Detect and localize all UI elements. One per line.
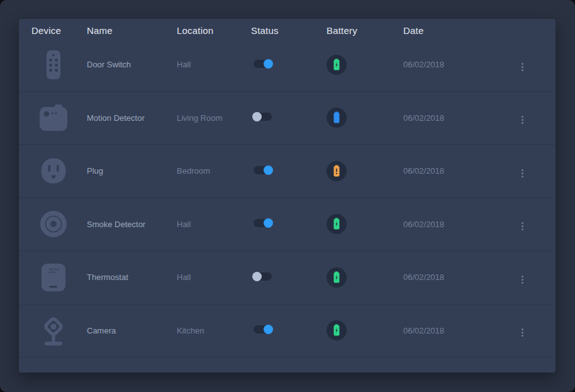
device-name: Camera [87,326,177,335]
device-location: Kitchen [177,326,251,335]
battery-full-icon [327,108,347,128]
device-date: 06/02/2018 [403,166,511,176]
remote-icon [40,50,67,80]
table-row: Smoke Detector Hall 06/02/2018 [19,198,555,252]
device-name: Plug [87,166,177,176]
status-toggle[interactable] [254,325,272,333]
table-row: Plug Bedroom 06/02/2018 [19,145,555,198]
device-name: Smoke Detector [87,220,177,229]
kebab-menu-icon[interactable] [518,60,527,74]
device-location: Hall [177,272,251,282]
plug-icon [40,156,67,186]
column-header-battery: Battery [327,21,403,36]
table-row: Motion Detector Living Room 06/02/2018 [19,92,555,145]
device-date: 06/02/2018 [403,326,511,335]
device-date: 06/02/2018 [403,220,511,229]
kebab-menu-icon[interactable] [518,273,527,286]
table-row: 32° Thermostat Hall 06/02/2018 [19,251,555,305]
toggle-knob [252,272,262,281]
kebab-menu-icon[interactable] [518,326,527,339]
motion-detector-icon [40,103,67,133]
toggle-knob [264,59,273,69]
table-body: Door Switch Hall 06/02/2018 Motion Detec… [19,38,555,357]
device-location: Living Room [177,113,251,123]
thermostat-icon: 32° [40,262,67,293]
status-toggle[interactable] [254,166,272,174]
column-header-actions [511,27,543,31]
camera-icon [40,315,67,345]
column-header-device: Device [31,21,87,36]
column-header-location: Location [177,21,251,36]
device-date: 06/02/2018 [403,113,511,123]
device-date: 06/02/2018 [403,272,511,282]
kebab-menu-icon[interactable] [518,113,527,126]
toggle-knob [264,218,273,228]
battery-alert-icon [327,161,347,181]
toggle-knob [264,165,273,175]
toggle-knob [252,112,262,121]
battery-charging-icon [327,214,347,234]
devices-table-card: Device Name Location Status Battery Date… [19,19,555,372]
device-location: Hall [177,220,251,229]
table-header: Device Name Location Status Battery Date [19,19,555,38]
smoke-detector-icon [40,209,67,239]
battery-charging-icon [327,320,347,340]
kebab-menu-icon[interactable] [518,167,527,180]
device-name: Thermostat [87,272,177,282]
column-header-name: Name [87,21,177,36]
column-header-date: Date [403,21,511,36]
device-date: 06/02/2018 [403,60,511,69]
table-row: Camera Kitchen 06/02/2018 [19,305,555,358]
app-background: Device Name Location Status Battery Date… [0,0,575,392]
table-row: Door Switch Hall 06/02/2018 [19,38,555,92]
device-name: Door Switch [87,60,177,69]
device-location: Hall [177,60,251,69]
device-name: Motion Detector [87,113,177,123]
status-toggle[interactable] [254,113,272,121]
status-toggle[interactable] [254,219,272,227]
toggle-knob [264,325,273,334]
battery-charging-icon [327,55,347,75]
device-location: Bedroom [177,166,251,176]
kebab-menu-icon[interactable] [518,220,527,233]
battery-charging-icon [327,267,347,288]
status-toggle[interactable] [254,60,272,68]
status-toggle[interactable] [254,272,272,281]
svg-text:32°: 32° [48,267,59,274]
column-header-status: Status [251,21,327,36]
